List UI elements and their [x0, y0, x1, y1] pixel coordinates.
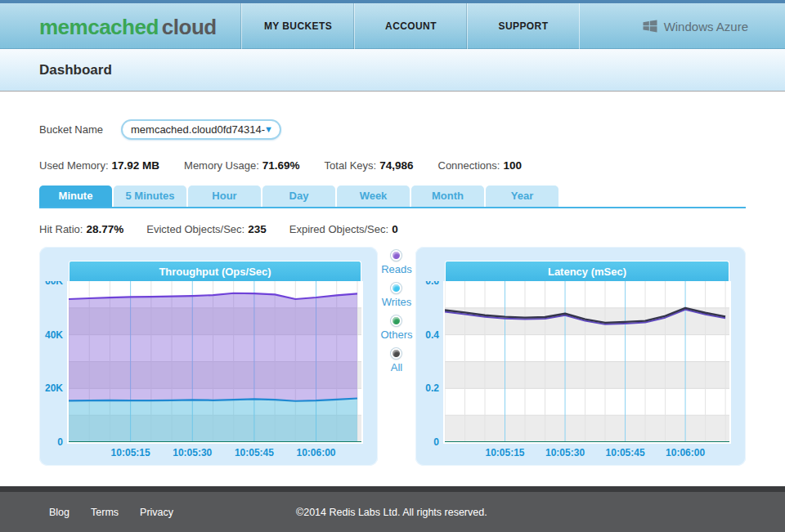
top-nav: memcachedcloud MY BUCKETS ACCOUNT SUPPOR… [0, 0, 785, 49]
stat-connections: Connections:100 [438, 159, 522, 172]
bucket-name-label: Bucket Name [39, 123, 121, 136]
svg-text:10:05:30: 10:05:30 [545, 447, 585, 458]
all-dot-icon[interactable] [391, 348, 401, 359]
windows-azure-label: Windows Azure [664, 20, 748, 34]
tab-week[interactable]: Week [337, 186, 410, 207]
latency-chart-plot: 10:05:1510:05:3010:05:4510:06:0000.20.40… [415, 281, 746, 465]
nav-item-my-buckets[interactable]: MY BUCKETS [241, 3, 354, 49]
footer-link-privacy[interactable]: Privacy [140, 507, 173, 518]
main-content: Bucket Name memcached.cloud0fd74314- ▼ U… [0, 92, 785, 486]
stats-row-mid: Hit Ratio:28.77% Evicted Objects/Sec:235… [39, 208, 746, 235]
stat-used-memory: Used Memory:17.92 MB [39, 159, 159, 172]
tab-5-minutes[interactable]: 5 Minutes [114, 186, 186, 207]
svg-text:0.6: 0.6 [425, 281, 439, 287]
footer-links: Blog Terms Privacy [49, 492, 173, 532]
stats-row-top: Used Memory:17.92 MB Memory Usage:71.69%… [39, 140, 746, 172]
stat-hit-ratio: Hit Ratio:28.77% [39, 223, 123, 235]
bucket-row: Bucket Name memcached.cloud0fd74314- ▼ [39, 92, 746, 140]
legend-item-all[interactable]: All [391, 348, 402, 373]
svg-text:40K: 40K [45, 329, 63, 341]
reads-dot-icon[interactable] [391, 250, 401, 261]
svg-text:0.2: 0.2 [425, 382, 439, 394]
svg-text:10:05:45: 10:05:45 [606, 447, 645, 458]
tab-year[interactable]: Year [486, 186, 558, 207]
svg-text:20K: 20K [45, 382, 63, 394]
nav-menu: MY BUCKETS ACCOUNT SUPPORT [241, 3, 580, 49]
chart-legend: Reads Writes Others All [378, 247, 415, 466]
latency-chart-title: Latency (mSec) [445, 261, 729, 281]
logo-memcached: memcached [39, 15, 159, 39]
interval-tabs: Minute 5 Minutes Hour Day Week Month Yea… [39, 186, 746, 208]
windows-azure-badge: Windows Azure [642, 3, 748, 49]
svg-text:0: 0 [57, 436, 63, 448]
throughput-chart-plot: 10:05:1510:05:3010:05:4510:06:00020K40K6… [39, 281, 378, 465]
svg-text:0.4: 0.4 [425, 329, 439, 341]
svg-text:10:05:30: 10:05:30 [173, 447, 212, 458]
charts-row: Throughput (Ops/Sec) 10:05:1510:05:3010:… [39, 247, 746, 466]
svg-text:10:06:00: 10:06:00 [297, 447, 336, 458]
others-dot-icon[interactable] [391, 315, 401, 326]
svg-text:10:05:45: 10:05:45 [235, 447, 274, 458]
app-logo[interactable]: memcachedcloud [39, 15, 217, 40]
chevron-down-icon: ▼ [264, 124, 273, 134]
footer-copyright: ©2014 Redis Labs Ltd. All rights reserve… [296, 492, 487, 532]
svg-text:10:05:15: 10:05:15 [111, 447, 150, 458]
footer-link-terms[interactable]: Terms [91, 507, 119, 518]
nav-item-account[interactable]: ACCOUNT [354, 3, 467, 49]
tab-minute[interactable]: Minute [39, 186, 112, 207]
bucket-select-value: memcached.cloud0fd74314- [131, 123, 265, 136]
footer: Blog Terms Privacy ©2014 Redis Labs Ltd.… [0, 486, 785, 532]
svg-text:10:05:15: 10:05:15 [485, 447, 524, 458]
latency-chart-panel: Latency (mSec) 10:05:1510:05:3010:05:451… [415, 247, 746, 466]
stat-memory-usage: Memory Usage:71.69% [184, 159, 300, 172]
bucket-select[interactable]: memcached.cloud0fd74314- ▼ [121, 119, 281, 140]
stat-evicted-objects: Evicted Objects/Sec:235 [146, 223, 266, 235]
windows-azure-icon [642, 19, 658, 34]
logo-cloud: cloud [162, 15, 217, 39]
svg-text:10:06:00: 10:06:00 [666, 447, 705, 458]
page-header: Dashboard [0, 49, 785, 92]
page-title: Dashboard [0, 49, 785, 78]
throughput-chart-title: Throughput (Ops/Sec) [69, 261, 361, 281]
stat-total-keys: Total Keys:74,986 [325, 159, 414, 172]
tab-hour[interactable]: Hour [188, 186, 261, 207]
legend-item-writes[interactable]: Writes [382, 283, 412, 308]
svg-text:60K: 60K [45, 281, 63, 287]
nav-item-support[interactable]: SUPPORT [467, 3, 580, 49]
legend-item-reads[interactable]: Reads [381, 250, 412, 275]
tab-day[interactable]: Day [262, 186, 335, 207]
footer-link-blog[interactable]: Blog [49, 507, 70, 518]
legend-item-others[interactable]: Others [380, 315, 412, 341]
stat-expired-objects: Expired Objects/Sec:0 [289, 223, 398, 235]
writes-dot-icon[interactable] [391, 283, 401, 293]
svg-text:0: 0 [433, 436, 439, 448]
throughput-chart-panel: Throughput (Ops/Sec) 10:05:1510:05:3010:… [39, 247, 378, 466]
tab-month[interactable]: Month [411, 186, 484, 207]
